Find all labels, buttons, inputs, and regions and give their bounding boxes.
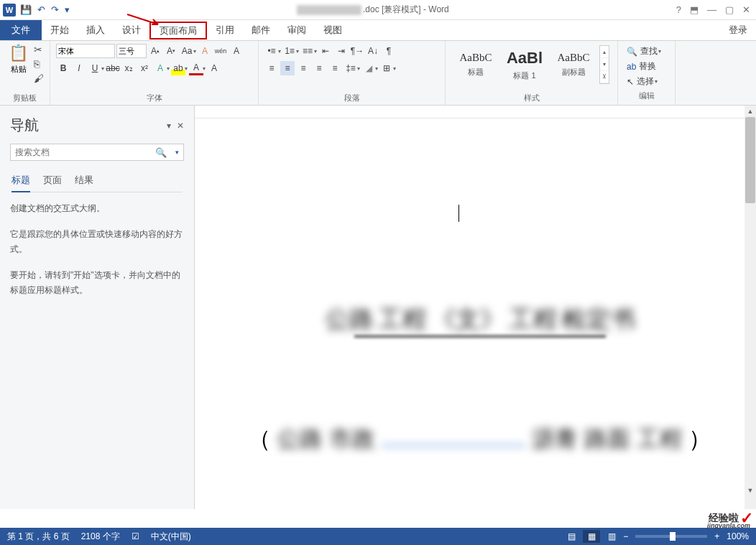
search-icon[interactable]: 🔍 [151,147,171,158]
char-shading-icon[interactable]: A [207,61,221,75]
chevron-down-icon[interactable]: ▾ [167,65,170,72]
zoom-slider[interactable] [635,535,707,538]
align-left-icon[interactable]: ≡ [264,61,279,75]
justify-icon[interactable]: ≡ [312,61,326,75]
bold-button[interactable]: B [56,61,70,75]
scroll-up-icon[interactable]: ▲ [745,106,756,117]
decrease-indent-icon[interactable]: ⇤ [318,44,333,58]
chevron-down-icon[interactable]: ▾ [171,149,183,156]
tab-page-layout[interactable]: 页面布局 [149,22,207,39]
style-item[interactable]: AaBl标题 1 [501,45,548,84]
tab-file[interactable]: 文件 [0,20,42,40]
tab-view[interactable]: 视图 [315,20,351,40]
document-area[interactable]: 公路工程《文》工程检定书 （ 公路 市政 沥青 路面 工程 ） ▲ ▼ [195,106,756,509]
superscript-icon[interactable]: x² [137,61,152,75]
undo-icon[interactable]: ↶ [37,4,45,15]
font-name-select[interactable] [56,44,115,58]
nav-tab-headings[interactable]: 标题 [11,171,30,192]
cut-icon[interactable]: ✂ [34,44,44,55]
strikethrough-icon[interactable]: abc [106,61,120,75]
nav-search[interactable]: 🔍 ▾ [10,144,184,161]
login-link[interactable]: 登录 [720,20,756,40]
shrink-font-icon[interactable]: A▾ [164,44,178,58]
style-item[interactable]: AaBbC副标题 [550,45,597,84]
tab-home[interactable]: 开始 [42,20,78,40]
nav-menu-icon[interactable]: ▾ [167,121,171,131]
horizontal-ruler[interactable] [195,106,756,118]
chevron-down-icon[interactable]: ▾ [101,65,104,72]
zoom-out-icon[interactable]: − [623,531,628,541]
save-icon[interactable]: 💾 [20,4,32,15]
chevron-down-icon[interactable]: ▾ [185,65,188,72]
ltr-icon[interactable]: ¶→ [350,44,364,58]
close-icon[interactable]: ✕ [742,4,750,15]
status-page[interactable]: 第 1 页，共 6 页 [7,531,70,543]
show-marks-icon[interactable]: ¶ [382,44,396,58]
nav-search-input[interactable] [11,147,151,157]
tab-mailings[interactable]: 邮件 [243,20,279,40]
restore-icon[interactable]: ▢ [725,4,734,15]
scroll-down-icon[interactable]: ▼ [745,485,756,496]
zoom-in-icon[interactable]: + [714,531,719,541]
align-center-icon[interactable]: ≡ [280,61,295,75]
select-button[interactable]: ↖选择▾ [624,74,669,89]
status-word-count[interactable]: 2108 个字 [81,531,120,543]
find-button[interactable]: 🔍查找▾ [624,44,669,59]
group-styles-label: 样式 [451,91,612,105]
replace-button[interactable]: ab替换 [624,59,669,74]
font-size-select[interactable] [116,44,147,58]
zoom-level[interactable]: 100% [727,531,749,541]
underline-button[interactable]: U [88,61,102,75]
nav-tab-results[interactable]: 结果 [75,171,93,192]
phonetic-icon[interactable]: wén [213,44,228,58]
status-proofing-icon[interactable]: ☑ [132,531,139,541]
grow-font-icon[interactable]: A▴ [148,44,162,58]
borders-icon[interactable]: ⊞ [379,61,394,75]
vertical-scrollbar[interactable]: ▲ ▼ [745,106,756,509]
tab-design[interactable]: 设计 [114,20,149,40]
status-language[interactable]: 中文(中国) [151,531,191,543]
document-page[interactable]: 公路工程《文》工程检定书 （ 公路 市政 沥青 路面 工程 ） [203,120,756,509]
font-color-icon[interactable]: A [189,61,203,75]
text-effects-icon[interactable]: A [153,61,167,75]
bullet-list-icon[interactable]: •≡ [264,44,279,58]
print-layout-icon[interactable]: ▦ [583,530,600,543]
web-layout-icon[interactable]: ▥ [603,530,620,543]
italic-button[interactable]: I [72,61,86,75]
line-spacing-icon[interactable]: ‡≡ [344,61,358,75]
subscript-icon[interactable]: x₂ [121,61,136,75]
sort-icon[interactable]: A↓ [366,44,380,58]
help-icon[interactable]: ? [676,4,681,15]
multilevel-list-icon[interactable]: ≡≡ [300,44,315,58]
distribute-icon[interactable]: ≡ [328,61,342,75]
align-right-icon[interactable]: ≡ [296,61,310,75]
navigation-pane: 导航 ▾ ✕ 🔍 ▾ 标题 页面 结果 创建文档的交互式大纲。 它是跟踪您的具体… [0,106,195,509]
tab-references[interactable]: 引用 [207,20,243,40]
tab-insert[interactable]: 插入 [78,20,114,40]
chevron-down-icon[interactable]: ▾ [203,65,206,72]
char-border-icon[interactable]: A [229,44,244,58]
styles-more-icon[interactable]: ▴▾⊻ [599,45,609,84]
shading-icon[interactable]: ◢ [361,61,376,75]
paste-button[interactable]: 粘贴 [11,64,27,75]
format-painter-icon[interactable]: 🖌 [34,73,44,84]
style-item[interactable]: AaBbC标题 [452,45,499,84]
nav-tab-pages[interactable]: 页面 [43,171,62,192]
redo-icon[interactable]: ↷ [51,4,59,15]
text-cursor [458,205,459,222]
change-case-icon[interactable]: Aa [180,44,194,58]
highlight-icon[interactable]: ab [171,61,185,75]
nav-close-icon[interactable]: ✕ [177,121,184,131]
minimize-icon[interactable]: — [707,4,716,15]
scroll-thumb[interactable] [745,117,755,203]
clear-format-icon[interactable]: A [198,44,212,58]
increase-indent-icon[interactable]: ⇥ [334,44,349,58]
chevron-down-icon[interactable]: ▾ [193,48,196,55]
number-list-icon[interactable]: 1≡ [282,44,297,58]
copy-icon[interactable]: ⎘ [34,58,44,70]
read-mode-icon[interactable]: ▤ [563,530,580,543]
qat-customize-icon[interactable]: ▾ [65,4,70,15]
ribbon-options-icon[interactable]: ⬒ [690,4,699,15]
paste-icon[interactable]: 📋 [9,44,28,62]
tab-review[interactable]: 审阅 [279,20,315,40]
